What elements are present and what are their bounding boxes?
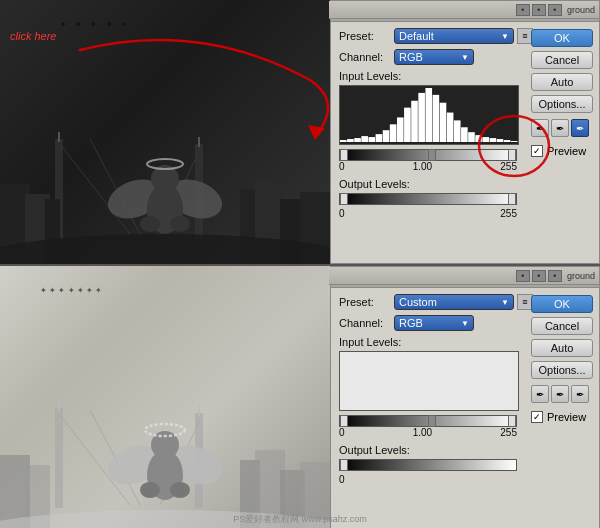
panel-label-top: ground (567, 5, 595, 15)
svg-rect-4 (58, 132, 60, 142)
preview-row-top: ✓ Preview (531, 145, 593, 157)
input-slider-white-top[interactable] (508, 149, 516, 161)
toolbar-icon-b1[interactable]: ▪ (516, 270, 530, 282)
eyedropper-black-top[interactable]: ✒ (531, 119, 549, 137)
input-slider-white-bottom[interactable] (508, 415, 516, 427)
svg-point-21 (170, 216, 190, 232)
options-button-top[interactable]: Options... (531, 95, 593, 113)
top-dialog-panel: ▪ ▪ ▪ ground Levels Preset: Default ▼ ≡ … (330, 0, 600, 264)
output-slider-bottom[interactable] (339, 459, 517, 471)
toolbar-icon-1[interactable]: ▪ (516, 4, 530, 16)
auto-button-bottom[interactable]: Auto (531, 339, 593, 357)
preset-select-top[interactable]: Default ▼ (394, 28, 514, 44)
eyedropper-black-bottom[interactable]: ✒ (531, 385, 549, 403)
svg-point-43 (140, 482, 160, 498)
input-slider-bottom[interactable] (339, 415, 517, 427)
histogram-bottom (339, 351, 519, 411)
input-values-bottom: 0 1.00 255 (339, 427, 517, 438)
buttons-col-bottom: OK Cancel Auto Options... ✒ ✒ ✒ ✓ Previe… (531, 295, 593, 423)
bottom-image-panel: ✦ ✦ ✦ ✦ ✦ ✦ ✦ (0, 266, 330, 528)
eyedropper-row-top: ✒ ✒ ✒ (531, 119, 593, 137)
svg-point-44 (170, 482, 190, 498)
toolbar-icon-2[interactable]: ▪ (532, 4, 546, 16)
preset-dropdown-arrow-bottom: ▼ (501, 298, 509, 307)
toolbar-icon-b3[interactable]: ▪ (548, 270, 562, 282)
preset-label-top: Preset: (339, 30, 394, 42)
ok-button-top[interactable]: OK (531, 29, 593, 47)
histogram-top (339, 85, 519, 145)
output-slider-black-top[interactable] (340, 193, 348, 205)
preview-checkbox-bottom[interactable]: ✓ (531, 411, 543, 423)
auto-button-top[interactable]: Auto (531, 73, 593, 91)
click-annotation: click here (10, 30, 56, 42)
birds-bottom: ✦ ✦ ✦ ✦ ✦ ✦ ✦ (40, 286, 102, 295)
channel-dropdown-arrow-bottom: ▼ (461, 319, 469, 328)
eyedropper-row-bottom: ✒ ✒ ✒ (531, 385, 593, 403)
channel-select-bottom[interactable]: RGB ▼ (394, 315, 474, 331)
toolbar-icon-3[interactable]: ▪ (548, 4, 562, 16)
preset-dropdown-arrow-top: ▼ (501, 32, 509, 41)
input-slider-black-top[interactable] (340, 149, 348, 161)
channel-label-bottom: Channel: (339, 317, 394, 329)
toolbar-icon-b2[interactable]: ▪ (532, 270, 546, 282)
output-levels-label-bottom: Output Levels: (339, 444, 591, 456)
output-slider-white-top[interactable] (508, 193, 516, 205)
eyedropper-white-top[interactable]: ✒ (571, 119, 589, 137)
channel-dropdown-arrow-top: ▼ (461, 53, 469, 62)
buttons-col-top: OK Cancel Auto Options... ✒ ✒ ✒ ✓ Previe… (531, 29, 593, 157)
bottom-dialog-toolbar: ▪ ▪ ▪ ground (329, 267, 599, 285)
ok-button-bottom[interactable]: OK (531, 295, 593, 313)
options-button-bottom[interactable]: Options... (531, 361, 593, 379)
output-slider-top[interactable] (339, 193, 517, 205)
preset-select-bottom[interactable]: Custom ▼ (394, 294, 514, 310)
input-values-top: 0 1.00 255 (339, 161, 517, 172)
birds-top: ✦ ✦ ✦ ✦ ✦ (60, 20, 131, 29)
eyedropper-gray-bottom[interactable]: ✒ (551, 385, 569, 403)
svg-rect-28 (58, 401, 60, 411)
channel-label-top: Channel: (339, 51, 394, 63)
angel-figure-top (105, 124, 225, 254)
top-half: ✦ ✦ ✦ ✦ ✦ (0, 0, 600, 264)
bottom-dialog-panel: ▪ ▪ ▪ ground Levels Preset: Custom ▼ ≡ C… (330, 266, 600, 528)
preview-row-bottom: ✓ Preview (531, 411, 593, 423)
preview-label-bottom: Preview (547, 411, 586, 423)
output-values-top: 0 255 (339, 208, 517, 219)
cancel-button-bottom[interactable]: Cancel (531, 317, 593, 335)
output-levels-label-top: Output Levels: (339, 178, 591, 190)
output-values-bottom: 0 (339, 474, 517, 485)
input-slider-mid-top[interactable] (428, 149, 436, 161)
bottom-half: ✦ ✦ ✦ ✦ ✦ ✦ ✦ (0, 266, 600, 528)
output-slider-black-bottom[interactable] (340, 459, 348, 471)
preview-label-top: Preview (547, 145, 586, 157)
eyedropper-gray-top[interactable]: ✒ (551, 119, 569, 137)
top-dialog-toolbar: ▪ ▪ ▪ ground (329, 1, 599, 19)
input-slider-mid-bottom[interactable] (428, 415, 436, 427)
watermark: PS爱好者教程网 www.psahz.com (0, 513, 600, 526)
channel-select-top[interactable]: RGB ▼ (394, 49, 474, 65)
cancel-button-top[interactable]: Cancel (531, 51, 593, 69)
input-slider-top[interactable] (339, 149, 517, 161)
eyedropper-white-bottom[interactable]: ✒ (571, 385, 589, 403)
svg-point-20 (140, 216, 160, 232)
panel-label-bottom: ground (567, 271, 595, 281)
angel-figure-bottom (105, 390, 225, 520)
preview-checkbox-top[interactable]: ✓ (531, 145, 543, 157)
input-slider-black-bottom[interactable] (340, 415, 348, 427)
svg-rect-27 (55, 408, 63, 508)
preset-label-bottom: Preset: (339, 296, 394, 308)
top-image-panel: ✦ ✦ ✦ ✦ ✦ (0, 0, 330, 264)
